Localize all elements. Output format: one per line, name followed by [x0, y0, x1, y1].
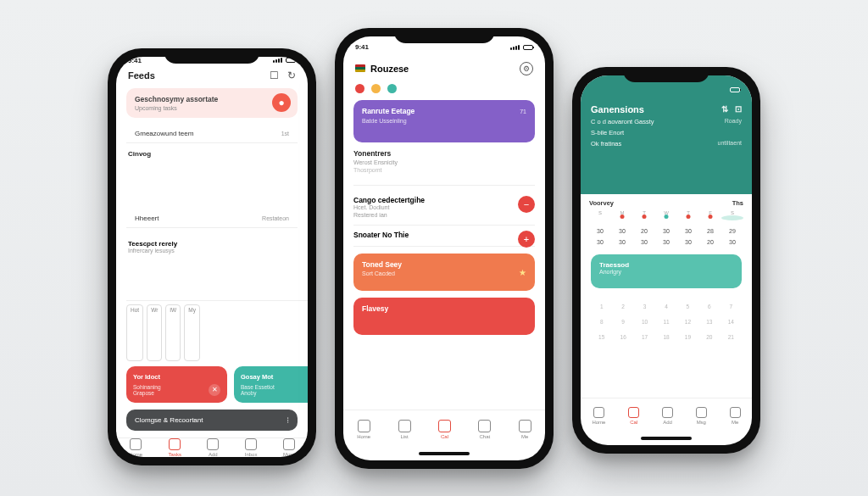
mini-cell[interactable]: 21: [721, 331, 742, 343]
nav-msg[interactable]: Msg: [696, 407, 707, 425]
nav-add[interactable]: Add: [207, 438, 219, 457]
refresh-icon[interactable]: ↻: [287, 70, 296, 81]
mini-cell[interactable]: 16: [612, 331, 633, 343]
calendar-day[interactable]: 30: [611, 237, 633, 248]
mini-cell[interactable]: 10: [634, 315, 655, 328]
calendar-icon: [438, 420, 451, 432]
featured-card[interactable]: Ranrute Eetage 71 Batde Usseinling: [353, 100, 535, 142]
calendar-day[interactable]: 30: [655, 226, 677, 237]
nav-add[interactable]: Add: [662, 407, 673, 425]
phone-calendar: Ganensions ⇅⊡ C o d aovaront GasstyRoady…: [572, 67, 760, 454]
summary-row[interactable]: C o d aovaront GasstyRoady: [581, 116, 752, 127]
calendar-day[interactable]: 30: [633, 237, 655, 248]
options-icon[interactable]: ⊡: [735, 104, 742, 114]
chip[interactable]: Hot: [126, 304, 143, 360]
mini-cell[interactable]: 12: [677, 315, 698, 328]
calendar-day[interactable]: 30: [677, 226, 699, 237]
calendar-day[interactable]: 20: [633, 226, 655, 237]
nav-me[interactable]: Me: [519, 420, 531, 439]
card-action-icon[interactable]: ✕: [209, 384, 220, 396]
red-card[interactable]: Flavesy: [353, 298, 535, 335]
user-icon: [519, 420, 531, 432]
nav-inbox[interactable]: Inbox: [245, 438, 258, 457]
calendar-day[interactable]: 30: [721, 237, 743, 248]
home-indicator: [641, 437, 692, 440]
nav-home[interactable]: Home: [129, 438, 142, 457]
mini-cell[interactable]: 13: [698, 315, 720, 328]
mini-cell[interactable]: 1: [591, 300, 612, 313]
settings-icon[interactable]: ⚙: [520, 62, 533, 75]
list-item[interactable]: Cango cedectertgihe Hcet. Dodiunt Rester…: [353, 191, 535, 226]
mini-cell[interactable]: 6: [698, 300, 720, 313]
mini-cell[interactable]: 5: [677, 300, 698, 313]
card-teal[interactable]: Gosay Mot Base Essetiot Anoby ⋯: [234, 366, 308, 403]
nav-cal[interactable]: Cal: [438, 420, 451, 439]
nav-chat[interactable]: Chat: [478, 420, 491, 439]
chip-row: Hot Wr IW My: [126, 304, 308, 360]
mini-cell[interactable]: 17: [634, 331, 655, 343]
add-icon[interactable]: +: [518, 231, 535, 248]
hero-card[interactable]: Geschnosymy assortate Upcoming tasks ●: [126, 88, 298, 118]
list-item[interactable]: Hheeert Restateon: [126, 209, 298, 228]
bottom-nav: Home Tasks Add Inbox More: [116, 437, 308, 457]
calendar-day[interactable]: 30: [655, 237, 677, 248]
plus-icon: [207, 438, 219, 450]
mini-cell[interactable]: 14: [721, 315, 742, 328]
orange-card[interactable]: Toned Seey Sort Cacded ★: [353, 254, 535, 291]
mini-cell[interactable]: 15: [591, 331, 612, 343]
nav-cal[interactable]: Cal: [628, 407, 639, 425]
delete-icon[interactable]: −: [518, 196, 535, 213]
mini-cell[interactable]: 11: [655, 315, 676, 328]
calendar-day[interactable]: 28: [699, 226, 721, 237]
phone-rouzese: 9:41 Rouzese ⚙ Ranrute Eetage 71 Batde U…: [335, 28, 554, 469]
mini-grid: 123456789101112131415161718192021: [591, 300, 742, 343]
dot-red: [355, 84, 364, 93]
home-icon: [130, 438, 142, 450]
nav-list[interactable]: List: [398, 420, 411, 439]
page-title: Rouzese: [370, 64, 409, 74]
month-label: Voorvey: [589, 199, 614, 207]
calendar-day[interactable]: 30: [611, 226, 633, 237]
mini-cell[interactable]: 20: [698, 331, 720, 343]
calendar-day[interactable]: 20: [699, 237, 721, 248]
sort-icon[interactable]: ⇅: [721, 104, 728, 114]
mini-cell[interactable]: 8: [591, 315, 612, 328]
mini-cell[interactable]: 19: [677, 331, 698, 343]
user-icon: [730, 407, 741, 418]
nav-tasks[interactable]: Tasks: [169, 438, 181, 457]
chip[interactable]: IW: [165, 304, 181, 360]
mini-cell[interactable]: 18: [655, 331, 676, 343]
nav-more[interactable]: More: [283, 438, 295, 457]
task-block[interactable]: Teescpct rerely Infrercary iesusys: [126, 233, 308, 302]
hero-action-icon[interactable]: ●: [272, 93, 291, 112]
card-red[interactable]: Yor Idoct Sohinaning Grapose ✕: [126, 366, 227, 403]
nav-home[interactable]: Home: [592, 407, 605, 425]
list-item[interactable]: Gmeazowund teem 1st: [126, 125, 298, 143]
mini-cell[interactable]: 3: [634, 300, 655, 313]
phone-feeds: 9:41 Feeds ☐ ↻ Geschnosymy assortate Upc…: [108, 48, 316, 465]
mini-cell[interactable]: 9: [612, 315, 633, 328]
calendar-header: Ganensions ⇅⊡ C o d aovaront GasstyRoady…: [581, 75, 752, 194]
mini-cell[interactable]: 4: [655, 300, 676, 313]
chip[interactable]: My: [184, 304, 200, 360]
mini-cell[interactable]: 2: [612, 300, 633, 313]
calendar-day[interactable]: 29: [721, 226, 743, 237]
summary-row[interactable]: Ok fratinasuntiltaent: [581, 138, 752, 149]
list-item[interactable]: Snoater No Thie +: [353, 226, 535, 247]
nav-home[interactable]: Home: [357, 420, 370, 439]
calendar-day[interactable]: 30: [589, 226, 611, 237]
mini-cell[interactable]: 7: [721, 300, 742, 313]
hero-subtitle: Upcoming tasks: [135, 105, 289, 111]
plus-icon: [662, 407, 673, 418]
calendar-day[interactable]: 30: [677, 237, 699, 248]
bottom-nav: Home Cal Add Msg Me: [581, 398, 752, 433]
home-icon: [358, 420, 370, 432]
bottom-nav: Home List Cal Chat Me: [343, 410, 545, 449]
chip[interactable]: Wr: [147, 304, 162, 360]
calendar-day[interactable]: 30: [589, 237, 611, 248]
summary-row[interactable]: S-bile Enort: [581, 127, 752, 138]
bookmark-icon[interactable]: ☐: [270, 70, 279, 81]
dark-banner[interactable]: Clomgse & Recoortant ⁝: [126, 410, 298, 431]
nav-me[interactable]: Me: [730, 407, 741, 425]
event-card[interactable]: Traessod Anorlgry: [591, 254, 742, 288]
